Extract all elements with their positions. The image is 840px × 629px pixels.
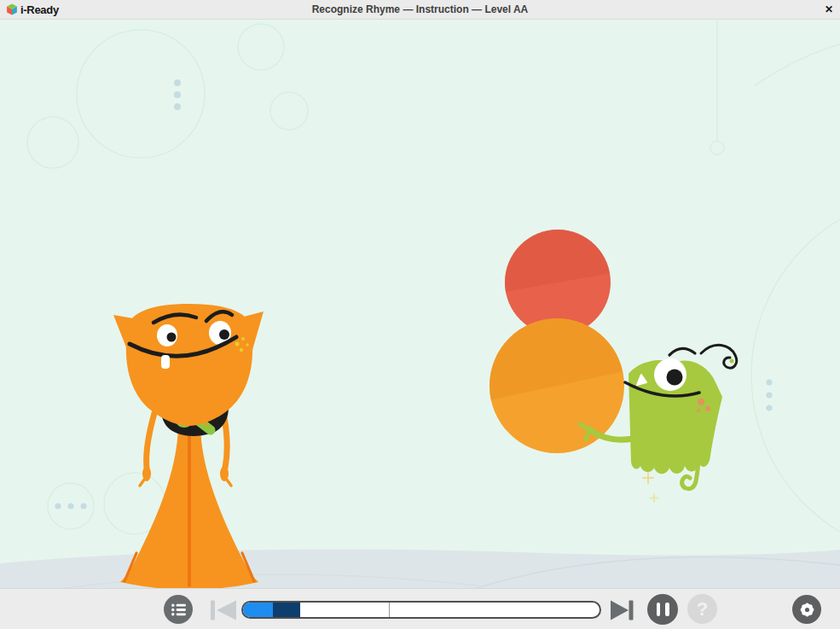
menu-button[interactable] [164,595,193,624]
help-button: ? [687,594,717,624]
iready-lesson-window: i-Ready Recognize Rhyme — Instruction — … [0,0,840,629]
orange-alien-character [113,304,264,589]
skip-forward-icon[interactable] [611,600,634,620]
tooth [161,355,170,369]
player-controls: ? [0,588,840,629]
lesson-stage [0,19,840,589]
stage-artwork [0,19,840,589]
settings-button[interactable] [792,595,821,624]
titlebar: i-Ready Recognize Rhyme — Instruction — … [0,0,840,20]
question-mark-icon: ? [697,598,708,620]
progress-section-marker [389,603,391,617]
pause-icon [657,603,661,616]
orange-circle [490,318,624,453]
sparkles [643,473,658,502]
progress-current-segment [273,603,301,617]
lesson-title: Recognize Rhyme — Instruction — Level AA [0,0,840,19]
gear-icon [799,602,815,618]
list-icon [171,603,186,616]
pause-button[interactable] [647,594,678,625]
close-icon[interactable]: ✕ [825,0,833,19]
skip-back-icon [210,600,237,620]
progress-bar [241,601,601,619]
progress-completed-segment [243,603,273,617]
